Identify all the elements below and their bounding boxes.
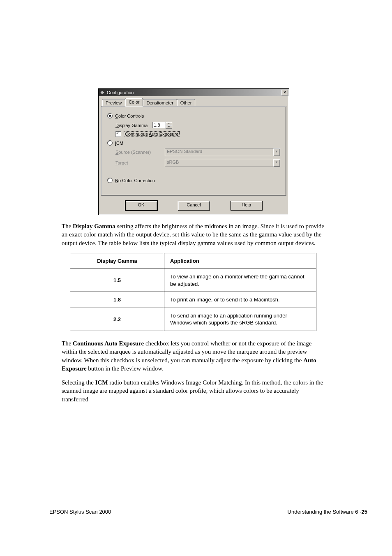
target-label: Target — [115, 160, 165, 165]
window-title: Configuration — [107, 90, 281, 95]
cell: To print an image, or to send it to a Ma… — [164, 292, 316, 308]
cell: 1.8 — [70, 292, 164, 308]
display-gamma-spinner[interactable]: ▲ ▼ — [152, 122, 172, 129]
cell: 2.2 — [70, 308, 164, 331]
target-value: sRGB — [165, 159, 273, 167]
paragraph: Selecting the ICM radio button enables W… — [62, 378, 325, 403]
configuration-dialog: Configuration × Preview Color Densitomet… — [98, 88, 289, 215]
svg-marker-0 — [100, 90, 104, 95]
radio-color-controls[interactable]: Color Controls — [107, 113, 280, 118]
radio-icon — [107, 113, 113, 118]
table-row: 1.5 To view an image on a monitor where … — [70, 269, 316, 292]
tab-strip: Preview Color Densitometer Other — [101, 98, 286, 107]
tab-color[interactable]: Color — [125, 98, 143, 107]
cell: To view an image on a monitor where the … — [164, 269, 316, 292]
display-gamma-label: Display Gamma — [115, 123, 148, 128]
spin-up-icon[interactable]: ▲ — [166, 122, 172, 125]
source-combo[interactable]: EPSON Standard ▼ — [165, 148, 280, 156]
cell: To send an image to an application runni… — [164, 308, 316, 331]
radio-icon — [107, 140, 113, 146]
page-footer: EPSON Stylus Scan 2000 Understanding the… — [49, 506, 367, 515]
ok-button[interactable]: OK — [125, 201, 157, 211]
tab-other[interactable]: Other — [177, 99, 196, 107]
chevron-down-icon[interactable]: ▼ — [273, 159, 280, 167]
radio-icm[interactable]: ICM — [107, 140, 280, 146]
radio-label: Color Controls — [115, 114, 144, 118]
header-cell: Application — [164, 253, 316, 269]
source-label: Source (Scanner) — [115, 150, 165, 155]
table-header-row: Display Gamma Application — [70, 253, 316, 269]
radio-icon — [107, 178, 113, 183]
footer-right: Understanding the Software 6 -25 — [288, 509, 367, 515]
table-row: 2.2 To send an image to an application r… — [70, 308, 316, 331]
document-body: The Display Gamma setting affects the br… — [62, 222, 325, 409]
source-value: EPSON Standard — [165, 148, 273, 156]
paragraph: The Continuous Auto Exposure checkbox le… — [62, 339, 325, 373]
radio-label: No Color Correction — [115, 178, 155, 183]
cancel-button[interactable]: Cancel — [178, 201, 210, 211]
cae-label: Continuous Auto Exposure — [124, 131, 180, 137]
paragraph: The Display Gamma setting affects the br… — [62, 222, 325, 247]
tab-densitometer[interactable]: Densitometer — [143, 99, 177, 107]
radio-label: ICM — [115, 141, 123, 146]
cell: 1.5 — [70, 269, 164, 292]
radio-no-color-correction[interactable]: No Color Correction — [107, 178, 280, 183]
continuous-auto-exposure-checkbox[interactable]: Continuous Auto Exposure — [115, 131, 280, 137]
table-row: 1.8 To print an image, or to send it to … — [70, 292, 316, 308]
color-panel: Color Controls Display Gamma ▲ ▼ — [101, 106, 286, 196]
display-gamma-input[interactable] — [152, 122, 166, 128]
header-cell: Display Gamma — [70, 253, 164, 269]
close-button[interactable]: × — [281, 90, 288, 95]
titlebar: Configuration × — [99, 89, 289, 96]
footer-left: EPSON Stylus Scan 2000 — [49, 509, 111, 515]
display-gamma-table: Display Gamma Application 1.5 To view an… — [70, 253, 316, 331]
spin-down-icon[interactable]: ▼ — [166, 125, 172, 128]
chevron-down-icon[interactable]: ▼ — [273, 148, 280, 156]
app-icon — [99, 90, 105, 95]
checkbox-icon — [115, 131, 121, 137]
help-button[interactable]: Help — [231, 201, 263, 211]
target-combo[interactable]: sRGB ▼ — [165, 159, 280, 167]
tab-preview[interactable]: Preview — [102, 99, 125, 107]
